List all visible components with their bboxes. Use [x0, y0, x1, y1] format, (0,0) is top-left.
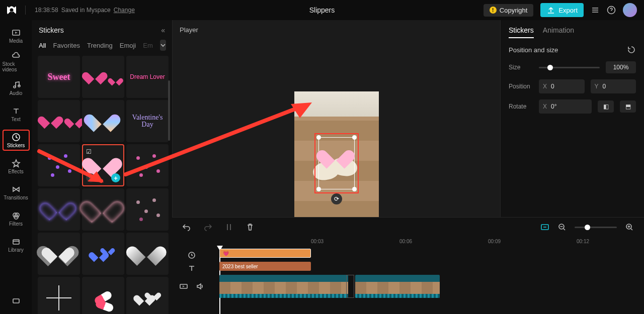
size-slider[interactable]	[539, 67, 600, 68]
nav-stock-videos[interactable]: Stock videos	[3, 51, 30, 72]
transitions-icon	[12, 185, 21, 194]
text-clip[interactable]: 2023 best seller	[219, 262, 311, 271]
placed-sticker[interactable]	[325, 147, 348, 168]
nav-stickers[interactable]: Stickers	[3, 130, 30, 151]
svg-rect-9	[13, 299, 19, 303]
sticker-holo-heart[interactable]: .holo::before,.holo::after{background:li…	[82, 100, 124, 142]
sticker-icon	[12, 133, 21, 142]
nav-media[interactable]: Media	[3, 25, 30, 46]
collapse-panel-icon[interactable]: «	[161, 26, 165, 34]
size-value[interactable]: 100%	[606, 61, 636, 73]
zoom-in-icon[interactable]	[625, 223, 634, 232]
nav-library[interactable]: Library	[3, 234, 30, 255]
timeline-ruler[interactable]: 00:03 00:06 00:09 00:12	[172, 237, 644, 249]
sticker-purple-outline-heart[interactable]	[38, 188, 80, 231]
sticker-chrome-heart[interactable]	[126, 233, 169, 275]
row-text-icon[interactable]	[172, 262, 211, 275]
sticker-clip[interactable]: 💗	[219, 249, 311, 258]
nav-filters[interactable]: Filters	[3, 208, 30, 229]
tab-emoji[interactable]: Emoji	[120, 42, 136, 49]
sync-icon[interactable]: ⟳	[331, 193, 342, 204]
delete-icon[interactable]	[246, 223, 255, 232]
video-clip-2[interactable]: ippers demo2.mp4 00:03:03	[355, 275, 440, 298]
user-avatar[interactable]	[623, 3, 637, 17]
add-sticker-button[interactable]: +	[111, 173, 120, 182]
row-sticker-icon[interactable]	[172, 249, 211, 262]
sticker-two-hearts[interactable]	[82, 56, 124, 98]
sticker-white-rings[interactable]	[38, 233, 80, 275]
filters-icon	[12, 211, 21, 220]
app-logo[interactable]	[7, 6, 16, 15]
flip-vertical-button[interactable]: ⬒	[620, 100, 636, 113]
nav-rail: Media Stock videos Audio Text Stickers E…	[0, 20, 32, 314]
tab-overflow-label[interactable]: Em	[143, 42, 153, 49]
sticker-sweet[interactable]: Sweet	[38, 56, 80, 98]
timeline-toolbar	[172, 218, 644, 237]
panel-scrollbar[interactable]	[168, 80, 170, 141]
sticker-blue-hearts[interactable]	[82, 233, 124, 275]
copyright-button[interactable]: ! Copyright	[484, 4, 534, 17]
help-icon[interactable]	[607, 6, 616, 15]
sticker-valentines[interactable]: Valentine's Day	[126, 100, 169, 142]
video-row-icon[interactable]	[179, 282, 188, 291]
sticker-sparkle[interactable]	[38, 277, 80, 314]
sticker-pills[interactable]	[82, 277, 124, 314]
nav-effects[interactable]: Effects	[3, 156, 30, 177]
row-video-icons	[172, 275, 211, 298]
nav-text[interactable]: Text	[3, 103, 30, 125]
warning-icon: !	[490, 7, 497, 14]
change-location-link[interactable]: Change	[114, 7, 135, 14]
resize-handle-tl[interactable]	[316, 135, 321, 140]
menu-icon[interactable]	[591, 6, 600, 15]
nav-aspect[interactable]	[12, 296, 21, 307]
clock-icon	[187, 251, 196, 260]
tab-stickers-props[interactable]: Stickers	[509, 26, 534, 38]
nav-audio[interactable]: Audio	[3, 77, 30, 98]
zoom-slider[interactable]	[575, 227, 617, 228]
save-location: Saved in Myspace	[61, 7, 111, 14]
rotate-row: Rotate X0° ◧ ⬒	[509, 99, 636, 114]
topbar: 18:38:58 Saved in Myspace Change Slipper…	[0, 0, 644, 20]
export-button[interactable]: Export	[540, 3, 584, 17]
resize-handle-bl[interactable]	[316, 187, 321, 191]
position-x-input[interactable]: X0	[539, 79, 585, 93]
position-y-input[interactable]: Y0	[591, 79, 636, 93]
transition-gap[interactable]	[346, 275, 354, 298]
sticker-dream-lover[interactable]: Dream Lover	[126, 56, 169, 98]
rotate-input[interactable]: X0°	[539, 99, 592, 114]
video-clip-1[interactable]: slippers demo1.mp4 00:04:24	[219, 275, 348, 298]
sticker-white-hearts[interactable]	[126, 277, 169, 314]
project-title[interactable]: Slippers	[309, 6, 335, 14]
player-title: Player	[180, 26, 198, 34]
sticker-pink-hearts[interactable]	[38, 100, 80, 142]
autofit-icon[interactable]	[540, 223, 549, 232]
tab-trending[interactable]: Trending	[87, 42, 113, 49]
resize-handle-tr[interactable]	[352, 135, 357, 140]
text-row-icon	[187, 264, 196, 273]
resize-handle-br[interactable]	[352, 187, 357, 191]
tab-animation[interactable]: Animation	[543, 26, 574, 38]
redo-icon[interactable]	[203, 223, 212, 232]
zoom-out-icon[interactable]	[557, 223, 567, 232]
stickers-panel: Stickers « All Favorites Trending Emoji …	[32, 20, 172, 314]
sticker-purple-scatter[interactable]	[38, 144, 80, 186]
reset-icon[interactable]	[627, 45, 636, 54]
favorite-button[interactable]: ☆	[86, 173, 95, 182]
size-row: Size 100%	[509, 61, 636, 73]
tab-more-button[interactable]	[160, 40, 166, 51]
sticker-soft-hearts[interactable]	[126, 188, 169, 231]
split-icon[interactable]	[224, 223, 233, 232]
undo-icon[interactable]	[182, 223, 191, 232]
tab-favorites[interactable]: Favorites	[53, 42, 79, 49]
audio-icon	[12, 80, 21, 89]
sticker-selected-pink-heart[interactable]: ☑ ☆ +	[82, 144, 124, 186]
selection-rect[interactable]: ⟳	[314, 133, 359, 193]
library-icon	[12, 237, 21, 246]
tab-all[interactable]: All	[39, 42, 46, 49]
mute-row-icon[interactable]	[195, 282, 204, 291]
flip-horizontal-button[interactable]: ◧	[598, 100, 614, 113]
sticker-pink-outline-heart[interactable]	[82, 188, 124, 231]
sticker-pink-scatter[interactable]	[126, 144, 169, 186]
nav-transitions[interactable]: Transitions	[3, 182, 30, 203]
media-icon	[12, 28, 21, 37]
